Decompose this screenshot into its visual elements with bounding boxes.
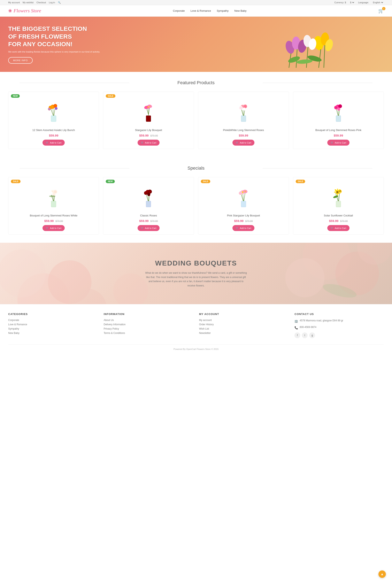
product-price-3: $59.99 (202, 134, 286, 137)
svg-rect-68 (146, 201, 151, 207)
specials-section: Specials SALE (0, 166, 392, 243)
footer-acc-wishlist[interactable]: Wish List (199, 327, 209, 330)
add-to-cart-1[interactable]: 🛒 Add to Cart (42, 140, 65, 146)
special-price-4: $59.99 $70.00 (296, 219, 380, 222)
specials-products-grid: SALE Bouquet of Long Stemmed R (0, 177, 392, 243)
svg-point-67 (49, 196, 55, 197)
language-select[interactable]: English (372, 1, 384, 4)
footer-info-terms[interactable]: Terms & Conditions (104, 332, 125, 334)
footer-info-privacy[interactable]: Privacy Policy (104, 327, 119, 330)
footer-grid: CATEGORIES Corporate Love & Romance Symp… (8, 312, 384, 338)
search-icon[interactable]: 🔍 (58, 1, 61, 4)
product-name-1: 12 Stem Assorted Asiatic Lily Bunch (12, 128, 96, 132)
cart-icon[interactable]: 🛒 1 (378, 8, 384, 14)
featured-product-1: NEW 12 Stem Assorte (8, 92, 99, 149)
footer-cat-corporate[interactable]: Corporate (8, 319, 19, 322)
footer-cat-new-baby[interactable]: New Baby (8, 332, 20, 334)
language-label: Language: (358, 1, 369, 4)
special-name-3: Pink Stargazer Lily Bouquet (202, 214, 286, 218)
add-to-cart-2[interactable]: 🛒 Add to Cart (138, 140, 160, 146)
add-to-cart-special-1[interactable]: 🛒 Add to Cart (42, 225, 65, 231)
footer-info-about[interactable]: About Us (104, 319, 114, 322)
svg-point-44 (240, 107, 242, 109)
nav-corporate[interactable]: Corporate (173, 9, 185, 12)
footer-contact: CONTACT US 🏢 4578 Marmora road, glasgow … (294, 312, 384, 338)
featured-product-4: Bouquet of Long Stemmed Roses Pink $59.9… (293, 92, 384, 149)
wedding-content: WEDDING BOUQUETS What do we do when we w… (145, 259, 248, 288)
svg-point-85 (242, 192, 243, 193)
svg-point-106 (113, 274, 148, 304)
special-badge-2: NEW (106, 180, 114, 183)
special-price-3: $59.99 $70.00 (202, 219, 286, 222)
svg-point-104 (0, 250, 46, 297)
special-badge-1: SALE (11, 180, 20, 183)
footer-cat-love[interactable]: Love & Romance (8, 323, 27, 326)
my-wishlist-link[interactable]: My wishlist (22, 1, 34, 4)
featured-products-section: Featured Products NEW (0, 80, 392, 157)
add-to-cart-special-3[interactable]: 🛒 Add to Cart (232, 225, 255, 231)
svg-point-97 (334, 192, 336, 193)
featured-product-3: Pink&White Long Stemmed Roses $59.99 🛒 A… (198, 92, 289, 149)
svg-rect-35 (241, 116, 246, 122)
add-to-cart-4[interactable]: 🛒 Add to Cart (327, 140, 350, 146)
svg-point-76 (144, 191, 148, 195)
footer-address: 4578 Marmora road, glasgow D04 89 gr (300, 318, 343, 323)
add-to-cart-special-2[interactable]: 🛒 Add to Cart (138, 225, 160, 231)
svg-rect-57 (51, 201, 56, 207)
svg-point-33 (148, 106, 149, 108)
special-image-3 (202, 180, 286, 211)
svg-point-86 (244, 191, 246, 192)
hero-more-info-button[interactable]: MORE INFO (8, 57, 33, 64)
hero-text: THE BIGGEST SELECTIONOF FRESH FLOWERSFOR… (8, 25, 100, 64)
checkout-link[interactable]: Checkout (36, 1, 46, 4)
add-to-cart-special-4[interactable]: 🛒 Add to Cart (327, 225, 350, 231)
special-name-4: Solar Sunflower Cocktail (296, 214, 380, 218)
twitter-icon[interactable]: t (302, 332, 308, 338)
nav-new-baby[interactable]: New Baby (234, 9, 246, 12)
footer-info-delivery[interactable]: Delivery Information (104, 323, 126, 326)
footer-acc-myaccount[interactable]: My account (199, 319, 212, 322)
svg-point-98 (339, 192, 341, 193)
logo[interactable]: ❀ Flowers Store (8, 8, 41, 14)
nav-sympathy[interactable]: Sympathy (217, 9, 228, 12)
product-image-1 (12, 95, 96, 126)
svg-point-34 (150, 106, 150, 107)
product-image-2 (106, 95, 190, 126)
product-name-2: Stargazer Lily Bouquet (106, 128, 190, 132)
footer-acc-orders[interactable]: Order History (199, 323, 214, 326)
product-badge-sale: SALE (106, 94, 116, 98)
svg-point-24 (55, 107, 58, 110)
svg-point-95 (337, 188, 338, 191)
special-price-2: $59.99 $70.00 (106, 219, 190, 222)
svg-point-53 (339, 105, 341, 108)
special-image-1 (12, 180, 96, 211)
footer-acc-newsletter[interactable]: Newsletter (199, 332, 211, 334)
main-nav: Corporate Love & Romance Sympathy New Ba… (173, 9, 246, 12)
footer-categories: CATEGORIES Corporate Love & Romance Symp… (8, 312, 98, 338)
product-price-1: $59.99 (12, 134, 96, 137)
svg-point-75 (148, 190, 151, 193)
my-account-link[interactable]: My account (8, 1, 20, 4)
svg-rect-78 (241, 201, 246, 207)
product-name-4: Bouquet of Long Stemmed Roses Pink (296, 128, 380, 132)
footer-cat-sympathy[interactable]: Sympathy (8, 327, 19, 330)
svg-point-25 (48, 108, 51, 110)
footer-categories-title: CATEGORIES (8, 312, 98, 316)
login-link[interactable]: Log in (49, 1, 55, 4)
special-badge-4: SALE (296, 180, 305, 183)
svg-point-42 (244, 105, 246, 108)
special-product-1: SALE Bouquet of Long Stemmed R (8, 177, 99, 234)
facebook-icon[interactable]: f (294, 332, 300, 338)
product-price-2: $59.99 $70.00 (106, 134, 190, 137)
top-bar-right: Currency: $ $ Language: English (334, 1, 384, 4)
cart-badge: 1 (382, 7, 386, 10)
add-to-cart-3[interactable]: 🛒 Add to Cart (232, 140, 255, 146)
product-name-3: Pink&White Long Stemmed Roses (202, 128, 286, 132)
currency-select[interactable]: $ (349, 1, 355, 4)
nav-love-romance[interactable]: Love & Romance (190, 9, 211, 12)
svg-point-96 (337, 194, 338, 196)
header: ❀ Flowers Store Corporate Love & Romance… (0, 5, 392, 17)
google-plus-icon[interactable]: g (309, 332, 315, 338)
special-name-2: Classic Roses (106, 214, 190, 218)
specials-title: Specials (0, 166, 392, 171)
